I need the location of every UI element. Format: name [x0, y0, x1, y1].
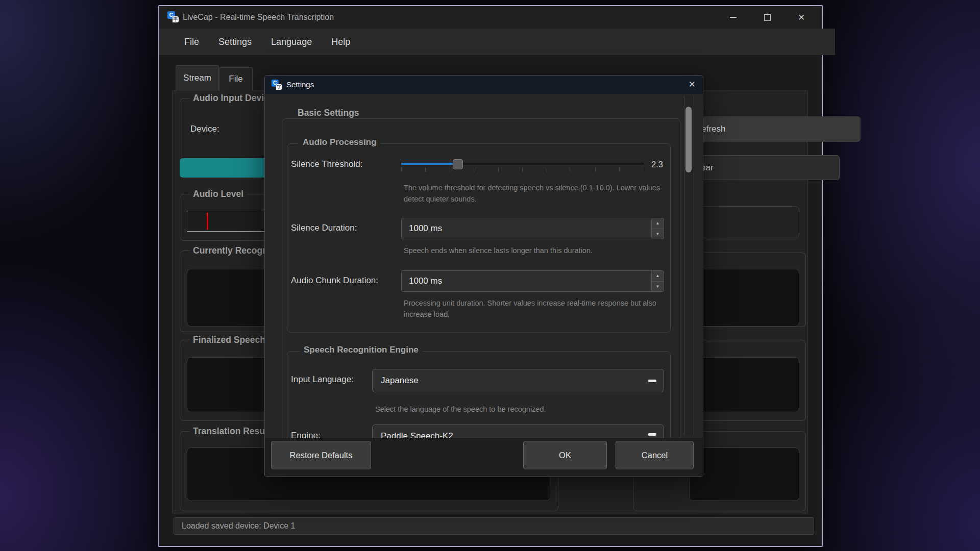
app-logo-icon: C 字 — [167, 11, 179, 22]
silence-duration-up-icon[interactable]: ▲ — [652, 218, 664, 229]
audio-chunk-down-icon[interactable]: ▼ — [652, 282, 664, 292]
dialog-titlebar[interactable] — [265, 76, 703, 94]
dialog-logo-glyph: 字 — [276, 84, 282, 90]
menu-settings[interactable]: Settings — [209, 29, 261, 55]
audio-chunk-spinbox[interactable]: 1000 ms ▲ ▼ — [401, 270, 664, 292]
slider-ticks — [401, 168, 645, 172]
maximize-icon — [764, 14, 771, 21]
silence-threshold-help: The volume threshold for detecting speec… — [404, 182, 662, 205]
status-bar: Loaded saved device: Device 1 — [174, 517, 814, 535]
basic-settings-title: Basic Settings — [293, 108, 363, 118]
restore-defaults-button[interactable]: Restore Defaults — [271, 441, 371, 469]
silence-threshold-slider-fill — [401, 163, 457, 165]
right-textarea-3[interactable] — [689, 447, 799, 501]
menu-language[interactable]: Language — [261, 29, 322, 55]
ok-button[interactable]: OK — [523, 441, 607, 469]
silence-duration-spinbox[interactable]: 1000 ms ▲ ▼ — [401, 218, 664, 239]
audio-processing-title: Audio Processing — [299, 137, 381, 147]
silence-threshold-value: 2.3 — [639, 160, 663, 169]
minimize-button[interactable] — [721, 9, 745, 26]
close-button[interactable]: ✕ — [790, 9, 813, 26]
dialog-scrollbar-thumb[interactable] — [685, 107, 692, 172]
close-icon: ✕ — [798, 12, 805, 23]
logo-glyph: 字 — [173, 16, 179, 22]
menu-bar: File Settings Language Help — [159, 29, 835, 55]
tab-stream[interactable]: Stream — [176, 65, 219, 91]
silence-threshold-label: Silence Threshold: — [291, 159, 363, 169]
minimize-icon — [730, 17, 737, 18]
silence-duration-value: 1000 ms — [409, 218, 442, 239]
right-textarea-1[interactable] — [689, 269, 799, 327]
silence-duration-help: Speech ends when silence lasts longer th… — [404, 245, 679, 256]
audio-chunk-label: Audio Chunk Duration: — [291, 276, 378, 286]
silence-duration-down-icon[interactable]: ▼ — [652, 229, 664, 239]
finalized-speech-title: Finalized Speech — [189, 335, 269, 345]
right-textarea-2[interactable] — [689, 357, 799, 412]
speech-engine-title: Speech Recognition Engine — [300, 345, 423, 355]
dialog-logo-icon: C 字 — [272, 80, 282, 90]
settings-dialog: Basic Settings Audio Processing Silence … — [264, 75, 703, 477]
tab-file[interactable]: File — [219, 67, 253, 91]
audio-chunk-value: 1000 ms — [409, 271, 442, 291]
audio-chunk-help: Processing unit duration. Shorter values… — [404, 297, 662, 320]
dialog-title: Settings — [286, 76, 314, 94]
audio-level-marker — [207, 213, 208, 230]
input-language-label: Input Language: — [291, 374, 354, 385]
dialog-close-button[interactable]: ✕ — [689, 76, 696, 94]
dropdown-indicator-icon — [648, 380, 656, 382]
audio-level-group-title: Audio Level — [189, 189, 247, 199]
dropdown-indicator-icon — [648, 433, 656, 436]
window-title: LiveCap - Real-time Speech Transcription — [183, 6, 334, 29]
menu-file[interactable]: File — [175, 29, 209, 55]
silence-duration-label: Silence Duration: — [291, 223, 357, 233]
device-label: Device: — [190, 124, 219, 134]
audio-chunk-up-icon[interactable]: ▲ — [652, 271, 664, 282]
input-language-value: Japanese — [381, 369, 419, 392]
desktop: C 字 LiveCap - Real-time Speech Transcrip… — [0, 0, 980, 551]
input-language-dropdown[interactable]: Japanese — [372, 369, 664, 392]
input-language-help: Select the language of the speech to be … — [375, 404, 651, 415]
menu-help[interactable]: Help — [322, 29, 360, 55]
maximize-button[interactable] — [755, 9, 779, 26]
cancel-button[interactable]: Cancel — [616, 441, 694, 469]
